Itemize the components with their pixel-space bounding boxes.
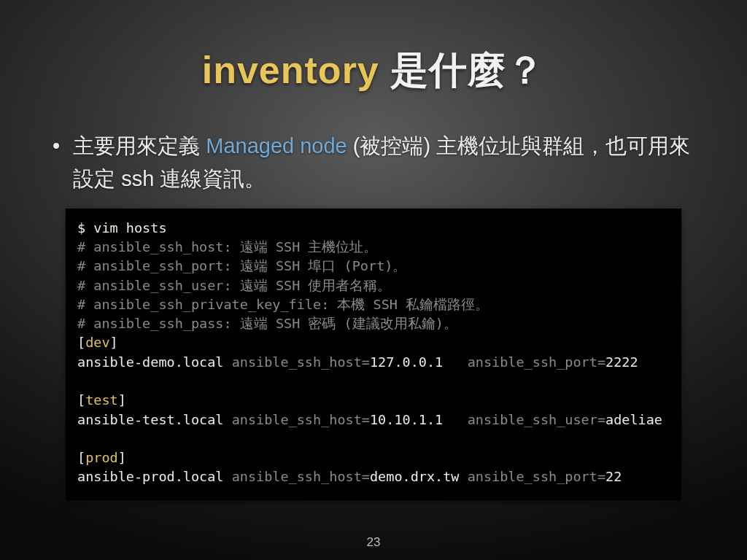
title-keyword: inventory <box>202 49 379 91</box>
code-block: $ vim hosts # ansible_ssh_host: 遠端 SSH 主… <box>66 209 681 500</box>
bullet-text: 主要用來定義 Managed node (被控端) 主機位址與群組，也可用來設定… <box>73 130 694 195</box>
page-number: 23 <box>0 535 747 550</box>
title-rest: 是什麼？ <box>379 49 545 91</box>
slide-title: inventory 是什麼？ <box>0 0 747 96</box>
bullet-item: • 主要用來定義 Managed node (被控端) 主機位址與群組，也可用來… <box>53 130 694 195</box>
bullet-dot: • <box>53 130 60 195</box>
managed-node-term: Managed node <box>206 134 347 158</box>
bullet-pre: 主要用來定義 <box>73 134 206 158</box>
